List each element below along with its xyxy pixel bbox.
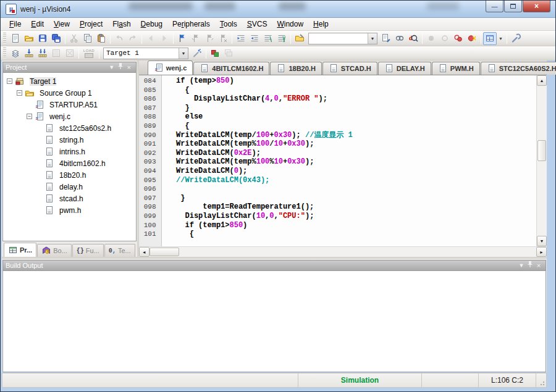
insert-breakpoint-icon[interactable] <box>424 32 438 45</box>
panel-tab-te[interactable]: 0,Te... <box>104 244 135 257</box>
tree-item-source-group-1[interactable]: −Source Group 1 <box>3 87 136 99</box>
tree-item-stc12c5a60s2-h[interactable]: stc12c5a60s2.h <box>3 122 136 134</box>
hscroll-thumb[interactable] <box>150 248 179 256</box>
find-in-files-icon[interactable] <box>379 32 393 45</box>
enable-breakpoint-icon[interactable] <box>438 32 452 45</box>
menu-item-debug[interactable]: Debug <box>136 19 167 30</box>
tree-item-startup-a51[interactable]: STARTUP.A51 <box>3 99 136 111</box>
new-file-icon[interactable] <box>9 32 22 45</box>
configure-wrench-icon[interactable] <box>509 32 523 45</box>
resize-grip[interactable] <box>536 373 546 387</box>
open-file-icon[interactable] <box>22 32 36 45</box>
chevron-down-icon[interactable]: ▼ <box>497 36 505 41</box>
save-icon[interactable] <box>36 32 49 45</box>
indent-icon[interactable] <box>234 32 248 45</box>
code-line[interactable]: 093 WriteDataLCM(temp%100%10+0x30); <box>139 157 536 167</box>
code-line[interactable]: 086 DisplayListChar(4,0,"ERROR "); <box>139 94 536 104</box>
menu-item-tools[interactable]: Tools <box>215 19 242 30</box>
code-line[interactable]: 094 WriteDataLCM(0); <box>139 167 536 176</box>
code-line[interactable]: 087 } <box>139 104 536 113</box>
download-button[interactable]: LOAD <box>81 47 97 60</box>
editor-horizontal-scrollbar[interactable]: ◄ ► <box>139 246 547 257</box>
debug-windows-icon[interactable] <box>483 32 497 45</box>
editor-tab-18b20-h[interactable]: 18B20.H <box>270 62 321 75</box>
menu-item-help[interactable]: Help <box>308 19 334 30</box>
batch-build-icon[interactable] <box>49 47 63 60</box>
save-all-icon[interactable] <box>49 32 63 45</box>
copy-icon[interactable] <box>81 32 95 45</box>
vscroll-thumb[interactable] <box>537 140 546 161</box>
kill-all-breakpoints-icon[interactable] <box>465 32 479 45</box>
unindent-icon[interactable] <box>248 32 261 45</box>
editor-vertical-scrollbar[interactable]: ▲ ▼ <box>536 75 547 246</box>
bookmark-prev-icon[interactable] <box>189 32 203 45</box>
chevron-down-icon[interactable]: ▼ <box>107 63 116 72</box>
pin-icon[interactable] <box>526 261 534 270</box>
chevron-down-icon[interactable]: ▼ <box>517 261 526 270</box>
tree-item-4bitlcm1602-h[interactable]: 4bitlcm1602.h <box>3 157 136 169</box>
editor-tab-4bitlcm1602-h[interactable]: 4BITLCM1602.H <box>193 62 269 75</box>
chevron-down-icon[interactable]: ▼ <box>368 33 377 44</box>
tree-item-delay-h[interactable]: delay.h <box>3 181 136 193</box>
tree-item-stcad-h[interactable]: stcad.h <box>3 193 136 204</box>
toolbar-grip[interactable] <box>3 48 6 59</box>
bookmark-toggle-icon[interactable] <box>175 32 189 45</box>
panel-tab-fu[interactable]: {}Fu... <box>72 244 104 257</box>
code-line[interactable]: 088 else <box>139 112 536 122</box>
stop-build-icon[interactable] <box>63 47 77 60</box>
tree-item-wenj-c[interactable]: −wenj.c <box>3 111 136 122</box>
close-icon[interactable]: × <box>125 63 133 72</box>
tree-item-pwm-h[interactable]: pwm.h <box>3 204 136 216</box>
maximize-button[interactable] <box>504 1 522 12</box>
hscroll-track[interactable] <box>150 247 536 257</box>
scroll-right-button[interactable]: ► <box>536 247 547 257</box>
tree-item-intrins-h[interactable]: intrins.h <box>3 146 136 157</box>
paste-icon[interactable] <box>95 32 108 45</box>
uncomment-selection-icon[interactable] <box>275 32 289 45</box>
editor-tab-stcad-h[interactable]: STCAD.H <box>322 62 377 75</box>
code-line[interactable]: 096 <box>139 185 536 194</box>
code-line[interactable]: 089 { <box>139 122 536 131</box>
tree-expander-icon[interactable]: − <box>17 90 22 96</box>
target-select[interactable]: Target 1▼ <box>103 48 188 59</box>
app-icon[interactable]: µ <box>6 4 17 15</box>
translate-icon[interactable] <box>9 47 22 60</box>
code-line[interactable]: 092 WriteDataLCM(0x2E); <box>139 149 536 158</box>
bookmark-next-icon[interactable] <box>203 32 216 45</box>
build-output-content[interactable] <box>2 271 546 372</box>
comment-selection-icon[interactable] <box>261 32 275 45</box>
menu-item-project[interactable]: Project <box>75 19 107 30</box>
code-line[interactable]: 091 WriteDataLCM(temp%100/10+0x30); <box>139 140 536 149</box>
code-line[interactable]: 101 { <box>139 230 536 239</box>
menu-item-peripherals[interactable]: Peripherals <box>167 19 215 30</box>
cut-icon[interactable] <box>67 32 81 45</box>
scroll-down-button[interactable]: ▼ <box>537 236 547 246</box>
build-icon[interactable] <box>22 47 36 60</box>
menu-item-view[interactable]: View <box>49 19 75 30</box>
editor-tab-pwm-h[interactable]: PWM.H <box>432 62 480 75</box>
close-button[interactable]: × <box>523 1 550 12</box>
incremental-find-icon[interactable] <box>393 32 406 45</box>
find-dialog-icon[interactable]: d <box>406 32 420 45</box>
tree-item-target-1[interactable]: −Target 1 <box>3 75 136 87</box>
code-line[interactable]: 090 WriteDataLCM(temp/100+0x30); //温度显示 … <box>139 131 536 140</box>
project-windows-icon[interactable] <box>222 47 235 60</box>
nav-forward-icon[interactable] <box>158 32 171 45</box>
menu-item-svcs[interactable]: SVCS <box>242 19 272 30</box>
editor-tab-wenj-c[interactable]: wenj.c <box>148 60 193 75</box>
search-combobox[interactable]: ▼ <box>308 33 377 44</box>
chevron-down-icon[interactable]: ▼ <box>179 48 188 59</box>
code-line[interactable]: 100 if (temp1>850) <box>139 221 536 230</box>
manage-components-icon[interactable] <box>208 47 222 60</box>
minimize-button[interactable]: — <box>486 1 503 12</box>
tree-item-18b20-h[interactable]: 18b20.h <box>3 169 136 181</box>
editor-tab-stc12c5a60s2-h[interactable]: STC12C5A60S2.H <box>481 62 556 75</box>
options-for-target-icon[interactable] <box>190 47 204 60</box>
scroll-up-button[interactable]: ▲ <box>537 75 547 86</box>
disable-all-breakpoints-icon[interactable] <box>452 32 465 45</box>
file-search-icon[interactable] <box>293 32 306 45</box>
menu-item-window[interactable]: Window <box>272 19 308 30</box>
code-line[interactable]: 099 DisplayListChar(10,0,"CPU:"); <box>139 212 536 221</box>
tree-expander-icon[interactable]: − <box>7 78 12 84</box>
editor-tab-delay-h[interactable]: DELAY.H <box>378 62 431 75</box>
